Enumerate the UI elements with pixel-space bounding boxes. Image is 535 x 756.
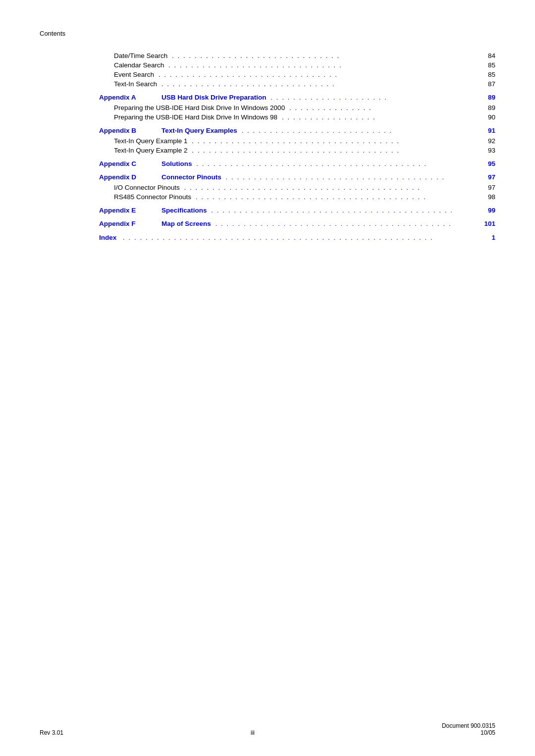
section-row: Appendix B Text-In Query Examples . . . … xyxy=(99,127,495,134)
dots: . . . . . . . . . . . . . . . . . . . . … xyxy=(164,61,481,69)
page-num: 89 xyxy=(481,104,495,111)
section-dots: . . . . . . . . . . . . . . . . . . . . … xyxy=(207,207,481,214)
toc-row: Event Search . . . . . . . . . . . . . .… xyxy=(114,71,495,78)
sub-entries: Preparing the USB-IDE Hard Disk Drive In… xyxy=(114,104,495,121)
appendix-title: Text-In Query Examples xyxy=(161,127,237,134)
entry-title: I/O Connector Pinouts xyxy=(114,184,180,191)
entry-title: Preparing the USB-IDE Hard Disk Drive In… xyxy=(114,104,285,111)
entry-title: Date/Time Search xyxy=(114,52,167,59)
footer-left: Rev 3.01 xyxy=(40,729,63,736)
dots: . . . . . . . . . . . . . . . xyxy=(285,104,481,111)
index-title: Index xyxy=(99,234,116,241)
toc-row: Text-In Search . . . . . . . . . . . . .… xyxy=(114,80,495,88)
section-page: 101 xyxy=(481,220,495,227)
section-row: Appendix E Specifications . . . . . . . … xyxy=(99,207,495,214)
section-row: Appendix D Connector Pinouts . . . . . .… xyxy=(99,173,495,181)
section-page: 97 xyxy=(481,173,495,181)
section-dots: . . . . . . . . . . . . . . . . . . . . … xyxy=(237,127,481,134)
section-row: Appendix C Solutions . . . . . . . . . .… xyxy=(99,160,495,167)
page: Contents Date/Time Search . . . . . . . … xyxy=(0,0,535,756)
appendix-label: Appendix C xyxy=(99,160,154,167)
dots: . . . . . . . . . . . . . . . . . . . . … xyxy=(154,71,481,78)
toc-row: Date/Time Search . . . . . . . . . . . .… xyxy=(114,52,495,59)
footer-center: iii xyxy=(251,729,255,736)
dots: . . . . . . . . . . . . . . . . . . . . … xyxy=(188,137,481,145)
dots: . . . . . . . . . . . . . . . . . xyxy=(277,113,481,121)
appendix-title: Solutions xyxy=(161,160,192,167)
section-page: 99 xyxy=(481,207,495,214)
footer-right-line2: 10/05 xyxy=(442,729,495,736)
top-sub-entries: Date/Time Search . . . . . . . . . . . .… xyxy=(114,52,495,88)
toc-row: Text-In Query Example 1 . . . . . . . . … xyxy=(114,137,495,145)
section-row: Appendix A USB Hard Disk Drive Preparati… xyxy=(99,94,495,101)
toc-row: Text-In Query Example 2 . . . . . . . . … xyxy=(114,147,495,154)
toc-content: Date/Time Search . . . . . . . . . . . .… xyxy=(99,52,495,241)
section-dots: . . . . . . . . . . . . . . . . . . . . … xyxy=(211,220,481,227)
entry-title: RS485 Connector Pinouts xyxy=(114,193,191,201)
dots: . . . . . . . . . . . . . . . . . . . . … xyxy=(188,147,481,154)
page-num: 93 xyxy=(481,147,495,154)
appendix-label: Appendix F xyxy=(99,220,154,227)
appendix-title: Map of Screens xyxy=(161,220,211,227)
entry-title: Text-In Query Example 2 xyxy=(114,147,188,154)
sub-entries: I/O Connector Pinouts . . . . . . . . . … xyxy=(114,184,495,201)
toc-row: RS485 Connector Pinouts . . . . . . . . … xyxy=(114,193,495,201)
appendix-label: Appendix E xyxy=(99,207,154,214)
page-num: 90 xyxy=(481,113,495,121)
footer-right-line1: Document 900.0315 xyxy=(442,722,495,729)
index-dots: . . . . . . . . . . . . . . . . . . . . … xyxy=(118,234,437,241)
page-num: 84 xyxy=(481,52,495,59)
entry-title: Text-In Search xyxy=(114,80,157,88)
appendix-label: Appendix A xyxy=(99,94,154,101)
dots: . . . . . . . . . . . . . . . . . . . . … xyxy=(180,184,481,191)
index-page: 1 xyxy=(481,234,495,241)
dots: . . . . . . . . . . . . . . . . . . . . … xyxy=(191,193,481,201)
entry-title: Text-In Query Example 1 xyxy=(114,137,188,145)
page-num: 97 xyxy=(481,184,495,191)
page-num: 98 xyxy=(481,193,495,201)
entry-title: Calendar Search xyxy=(114,61,164,69)
footer: Rev 3.01 iii Document 900.0315 10/05 xyxy=(40,722,495,736)
index-row: Index . . . . . . . . . . . . . . . . . … xyxy=(99,233,495,241)
toc-row: Calendar Search . . . . . . . . . . . . … xyxy=(114,61,495,69)
footer-right: Document 900.0315 10/05 xyxy=(442,722,495,736)
section-dots: . . . . . . . . . . . . . . . . . . . . … xyxy=(267,94,481,101)
entry-title: Preparing the USB-IDE Hard Disk Drive In… xyxy=(114,113,277,121)
toc-row: I/O Connector Pinouts . . . . . . . . . … xyxy=(114,184,495,191)
page-num: 85 xyxy=(481,71,495,78)
header-label: Contents xyxy=(40,30,495,37)
appendix-title: Specifications xyxy=(161,207,207,214)
dots: . . . . . . . . . . . . . . . . . . . . … xyxy=(157,80,481,88)
appendix-label: Appendix B xyxy=(99,127,154,134)
toc-row: Preparing the USB-IDE Hard Disk Drive In… xyxy=(114,104,495,111)
appendix-title: Connector Pinouts xyxy=(161,173,221,181)
section-page: 95 xyxy=(481,160,495,167)
dots: . . . . . . . . . . . . . . . . . . . . … xyxy=(167,52,481,59)
section-row: Appendix F Map of Screens . . . . . . . … xyxy=(99,220,495,227)
toc-row: Preparing the USB-IDE Hard Disk Drive In… xyxy=(114,113,495,121)
entry-title: Event Search xyxy=(114,71,154,78)
section-page: 89 xyxy=(481,94,495,101)
appendix-title: USB Hard Disk Drive Preparation xyxy=(161,94,267,101)
section-dots: . . . . . . . . . . . . . . . . . . . . … xyxy=(221,173,481,181)
page-num: 87 xyxy=(481,80,495,88)
appendices-container: Appendix A USB Hard Disk Drive Preparati… xyxy=(99,94,495,227)
page-num: 92 xyxy=(481,137,495,145)
section-page: 91 xyxy=(481,127,495,134)
appendix-label: Appendix D xyxy=(99,173,154,181)
page-num: 85 xyxy=(481,61,495,69)
section-dots: . . . . . . . . . . . . . . . . . . . . … xyxy=(192,160,481,167)
sub-entries: Text-In Query Example 1 . . . . . . . . … xyxy=(114,137,495,154)
